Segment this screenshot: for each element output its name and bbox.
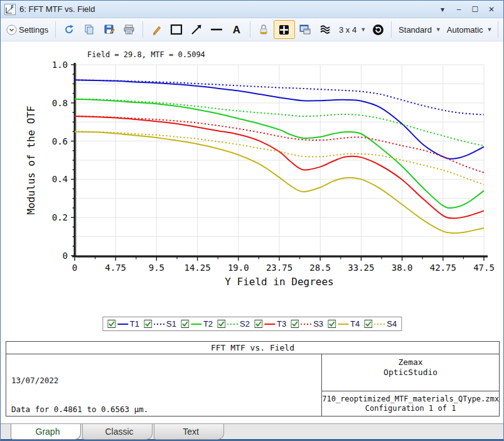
cursor-readout: Field = 29.8, MTF = 0.5094	[87, 50, 205, 59]
toolbar-separator	[142, 21, 143, 38]
svg-text:0.8: 0.8	[52, 98, 68, 108]
settings-label: Settings	[17, 25, 50, 35]
legend-swatch-T2	[191, 324, 201, 325]
toolbar: Settings	[1, 18, 503, 41]
tab-graph[interactable]: Graph	[11, 424, 81, 440]
info-panel: FFT MTF vs. Field 13/07/2022 Data for 0.…	[6, 341, 500, 416]
chevron-down-circle-icon	[6, 24, 17, 35]
legend-swatch-S4	[374, 324, 385, 325]
copy-button[interactable]	[79, 21, 99, 38]
window-icon: F	[4, 4, 16, 15]
four-pane-window-icon	[278, 24, 290, 36]
brand-product: OpticStudio	[383, 368, 437, 378]
axis-ticks: 1.00.80.60.40.2004.759.514.2519.023.7528…	[52, 60, 495, 273]
window-menu-button[interactable]: ▾	[434, 3, 451, 16]
automatic-label: Automatic	[445, 25, 485, 35]
legend-label-T3: T3	[277, 319, 286, 329]
x-axis-title: Y Field in Degrees	[225, 276, 333, 288]
help-button[interactable]: ?	[501, 21, 504, 38]
svg-text:0: 0	[72, 263, 77, 273]
legend-label-T4: T4	[350, 319, 360, 329]
legend-label-T2: T2	[203, 319, 213, 329]
rotate-reset-icon	[372, 24, 384, 36]
lens-stack-icon	[319, 24, 331, 35]
save-button[interactable]	[99, 21, 119, 38]
rectangle-tool-button[interactable]	[166, 21, 186, 38]
svg-text:0: 0	[63, 251, 68, 261]
print-button[interactable]	[119, 21, 139, 38]
split-window-toggle[interactable]	[274, 20, 295, 39]
lock-button[interactable]	[254, 21, 274, 38]
legend-item-S2: S2	[217, 319, 250, 329]
legend-item-S3: S3	[291, 319, 323, 329]
legend-checkbox-S1[interactable]	[144, 320, 152, 328]
window-title: 6: FFT MTF vs. Field	[19, 4, 434, 14]
graph-panel: 1.00.80.60.40.2004.759.514.2519.023.7528…	[1, 41, 503, 425]
automatic-dropdown[interactable]: Automatic ▼	[443, 21, 495, 38]
reset-view-button[interactable]	[368, 21, 388, 38]
legend-checkbox-T3[interactable]	[254, 320, 262, 328]
wavelength-range: Data for 0.4861 to 0.6563 µm.	[11, 405, 148, 414]
analysis-info-text: 13/07/2022 Data for 0.4861 to 0.6563 µm.…	[6, 354, 322, 416]
tab-classic[interactable]: Classic	[82, 424, 153, 440]
text-tool-icon: A	[233, 24, 240, 35]
mtf-chart[interactable]: 1.00.80.60.40.2004.759.514.2519.023.7528…	[1, 41, 504, 312]
grid-layout-dropdown[interactable]: 3 x 4 ▼	[335, 21, 368, 38]
copy-icon	[83, 24, 95, 35]
toolbar-separator	[498, 21, 498, 38]
legend-checkbox-T2[interactable]	[181, 320, 189, 328]
text-tool-button[interactable]: A	[227, 21, 247, 38]
legend-swatch-S3	[301, 324, 311, 325]
info-panel-title: FFT MTF vs. Field	[6, 342, 499, 354]
legend-item-S4: S4	[364, 319, 397, 329]
chart-legend: T1 S1 T2 S2 T3 S3	[102, 317, 402, 331]
minimize-button[interactable]: –	[451, 3, 467, 16]
analysis-date: 13/07/2022	[11, 376, 58, 385]
app-window: F 6: FFT MTF vs. Field ▾ – ☐ ✕ Settings	[0, 0, 504, 441]
svg-text:F: F	[11, 5, 14, 11]
chevron-down-icon: ▼	[487, 26, 493, 33]
tab-text[interactable]: Text	[154, 424, 224, 440]
legend-swatch-T3	[264, 324, 275, 325]
legend-checkbox-T4[interactable]	[328, 320, 336, 328]
svg-text:38.0: 38.0	[392, 263, 413, 273]
legend-checkbox-S4[interactable]	[364, 320, 372, 328]
file-block: 710_reoptimized_MTF_materials_QType.zmx …	[322, 391, 499, 416]
svg-text:0.6: 0.6	[52, 136, 68, 146]
standard-dropdown[interactable]: Standard ▼	[395, 21, 443, 38]
chevron-down-icon: ▼	[360, 26, 366, 33]
svg-text:1.0: 1.0	[52, 60, 68, 70]
arrow-icon	[190, 23, 203, 36]
svg-text:28.5: 28.5	[309, 263, 331, 273]
window-copy-icon	[299, 24, 311, 35]
toolbar-separator	[250, 21, 250, 38]
legend-checkbox-T1[interactable]	[107, 320, 115, 328]
legend-checkbox-S3[interactable]	[291, 320, 299, 328]
configuration-label: Configuration 1 of 1	[365, 404, 456, 413]
maximize-button[interactable]: ☐	[467, 3, 483, 16]
refresh-button[interactable]	[59, 21, 79, 38]
legend-label-S1: S1	[166, 319, 176, 329]
settings-button[interactable]: Settings	[4, 21, 52, 38]
toolbar-separator	[391, 21, 392, 38]
svg-text:4.75: 4.75	[105, 263, 126, 273]
standard-label: Standard	[397, 25, 434, 35]
brand-block: Zemax OpticStudio	[322, 354, 499, 391]
legend-label-S4: S4	[387, 319, 397, 329]
configuration-button[interactable]	[315, 21, 335, 38]
close-button[interactable]: ✕	[483, 3, 500, 16]
legend-checkbox-S2[interactable]	[217, 320, 225, 328]
svg-text:23.75: 23.75	[266, 263, 292, 273]
new-window-button[interactable]	[295, 21, 315, 38]
pencil-icon	[151, 24, 162, 35]
brand-name: Zemax	[399, 357, 423, 368]
line-icon	[210, 23, 223, 36]
line-tool-button[interactable]	[206, 21, 227, 38]
arrow-tool-button[interactable]	[186, 21, 206, 38]
pencil-tool-button[interactable]	[146, 21, 166, 38]
legend-label-T1: T1	[130, 319, 139, 329]
grid-layout-label: 3 x 4	[337, 25, 358, 35]
legend-item-T1: T1	[107, 319, 139, 329]
svg-text:9.5: 9.5	[149, 263, 164, 273]
y-axis-title: Modulus of the OTF	[25, 106, 37, 214]
